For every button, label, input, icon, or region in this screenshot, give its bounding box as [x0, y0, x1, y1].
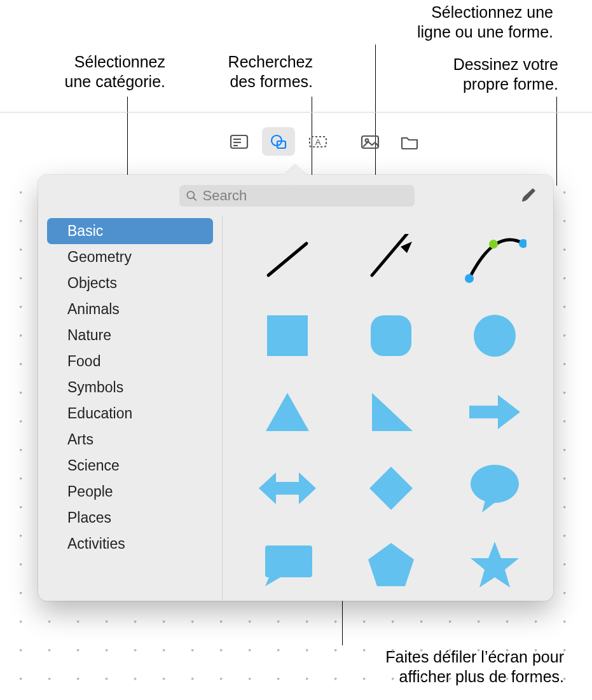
window-separator — [0, 112, 592, 113]
slide-layout-button[interactable] — [223, 127, 256, 156]
shapes-grid-area — [223, 217, 553, 601]
sidebar-item-geometry[interactable]: Geometry — [47, 244, 213, 270]
svg-marker-24 — [259, 472, 316, 504]
slide-layout-icon — [229, 132, 249, 151]
text-box-button[interactable]: A — [301, 127, 334, 156]
shape-curve-editable[interactable] — [460, 231, 530, 288]
svg-marker-23 — [469, 395, 520, 429]
panel-header — [38, 175, 553, 217]
shape-arrow-right[interactable] — [460, 383, 530, 441]
shape-right-triangle[interactable] — [356, 383, 426, 441]
shape-speech-bubble[interactable] — [460, 460, 530, 517]
svg-text:A: A — [315, 137, 321, 147]
pen-icon — [519, 187, 537, 205]
svg-marker-14 — [401, 242, 412, 253]
callout-search: Recherchez des formes. — [198, 52, 313, 92]
shape-diamond[interactable] — [356, 460, 426, 517]
svg-rect-18 — [267, 315, 308, 356]
shape-arrow-both[interactable] — [252, 460, 322, 517]
sidebar-item-food[interactable]: Food — [47, 348, 213, 374]
svg-line-12 — [268, 244, 306, 275]
sidebar-item-arts[interactable]: Arts — [47, 427, 213, 453]
svg-point-20 — [474, 315, 516, 357]
shape-callout-box[interactable] — [252, 536, 322, 593]
sidebar-item-symbols[interactable]: Symbols — [47, 374, 213, 401]
svg-line-11 — [193, 198, 196, 201]
svg-marker-29 — [471, 542, 519, 587]
shape-arrow-line[interactable] — [356, 231, 426, 288]
callout-draw: Dessinez votre propre forme. — [412, 55, 558, 95]
sidebar-item-objects[interactable]: Objects — [47, 270, 213, 296]
folder-button[interactable] — [393, 127, 426, 156]
text-box-icon: A — [308, 132, 328, 151]
svg-point-15 — [465, 274, 474, 283]
svg-point-17 — [489, 240, 498, 249]
shape-rounded-square[interactable] — [356, 307, 426, 364]
shape-pentagon[interactable] — [356, 536, 426, 593]
shape-line[interactable] — [252, 231, 322, 288]
toolbar: A — [223, 127, 426, 156]
media-button[interactable] — [354, 127, 387, 156]
search-input[interactable] — [202, 188, 408, 204]
draw-pen-button[interactable] — [516, 184, 539, 207]
shape-star[interactable] — [460, 536, 530, 593]
svg-rect-19 — [371, 315, 411, 356]
sidebar-item-places[interactable]: Places — [47, 505, 213, 531]
sidebar-item-nature[interactable]: Nature — [47, 322, 213, 348]
shapes-icon — [268, 132, 289, 151]
svg-line-13 — [372, 234, 407, 275]
sidebar-item-education[interactable]: Education — [47, 401, 213, 427]
shapes-popover: Basic Geometry Objects Animals Nature Fo… — [38, 175, 553, 601]
callout-category: Sélectionnez une catégorie. — [38, 52, 165, 92]
shapes-button[interactable] — [262, 127, 295, 156]
sidebar-item-basic[interactable]: Basic — [47, 218, 213, 244]
callout-select-shape: Sélectionnez une ligne ou une forme. — [375, 3, 553, 43]
svg-marker-25 — [369, 467, 413, 510]
shape-circle[interactable] — [460, 307, 530, 364]
category-sidebar: Basic Geometry Objects Animals Nature Fo… — [38, 217, 223, 601]
svg-marker-22 — [372, 393, 413, 431]
shape-triangle[interactable] — [252, 383, 322, 441]
svg-marker-21 — [266, 393, 309, 431]
sidebar-item-activities[interactable]: Activities — [47, 531, 213, 557]
sidebar-item-animals[interactable]: Animals — [47, 296, 213, 322]
sidebar-item-science[interactable]: Science — [47, 453, 213, 479]
svg-point-10 — [187, 191, 194, 198]
media-icon — [360, 132, 380, 151]
search-icon — [186, 189, 197, 202]
shapes-grid — [248, 231, 534, 593]
folder-icon — [399, 132, 420, 151]
svg-marker-28 — [368, 543, 414, 586]
svg-point-26 — [471, 465, 519, 503]
sidebar-item-people[interactable]: People — [47, 479, 213, 505]
shape-square[interactable] — [252, 307, 322, 364]
search-field[interactable] — [179, 185, 415, 207]
